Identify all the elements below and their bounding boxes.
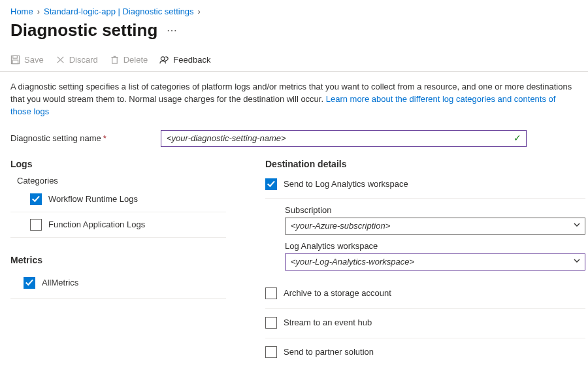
categories-heading: Categories	[17, 176, 226, 186]
dest-option-partner-solution[interactable]: Send to partner solution	[265, 338, 585, 367]
workspace-dropdown[interactable]: <your-Log-Analytics-workspace>	[285, 253, 585, 270]
workspace-label: Log Analytics workspace	[285, 241, 585, 251]
checkbox-icon[interactable]	[265, 178, 277, 190]
svg-rect-2	[12, 60, 18, 64]
chevron-right-icon: ›	[37, 7, 40, 16]
breadcrumb: Home › Standard-logic-app | Diagnostic s…	[10, 7, 578, 16]
diagnostic-setting-name-input[interactable]	[161, 130, 527, 147]
feedback-button[interactable]: Feedback	[159, 55, 210, 65]
category-row-function-application[interactable]: Function Application Logs	[10, 212, 226, 238]
toolbar-divider	[0, 71, 588, 72]
description-text: A diagnostic setting specifies a list of…	[10, 81, 578, 118]
chevron-down-icon	[573, 221, 581, 231]
dest-option-label: Send to partner solution	[284, 347, 374, 357]
metrics-row-allmetrics[interactable]: AllMetrics	[10, 272, 226, 299]
category-label: Workflow Runtime Logs	[48, 194, 138, 204]
save-icon	[10, 55, 20, 65]
delete-icon	[110, 55, 120, 65]
breadcrumb-app[interactable]: Standard-logic-app | Diagnostic settings	[44, 7, 194, 16]
category-label: Function Application Logs	[48, 220, 145, 229]
dest-option-label: Archive to a storage account	[284, 288, 391, 298]
checkbox-icon[interactable]	[265, 287, 277, 299]
save-button[interactable]: Save	[10, 55, 44, 65]
dest-option-label: Send to Log Analytics workspace	[284, 179, 408, 189]
feedback-icon	[159, 55, 169, 65]
more-icon[interactable]: ⋯	[167, 24, 178, 37]
discard-icon	[56, 55, 65, 65]
delete-button[interactable]: Delete	[110, 55, 148, 65]
checkbox-icon[interactable]	[265, 346, 277, 358]
svg-rect-1	[13, 56, 18, 58]
dest-option-label: Stream to an event hub	[284, 318, 372, 327]
name-label: Diagnostic setting name*	[10, 133, 154, 143]
checkbox-icon[interactable]	[24, 277, 35, 289]
destination-heading: Destination details	[265, 159, 585, 169]
svg-rect-5	[112, 57, 117, 63]
discard-button[interactable]: Discard	[56, 55, 98, 65]
dest-option-log-analytics[interactable]: Send to Log Analytics workspace	[265, 176, 585, 199]
chevron-down-icon	[573, 257, 581, 267]
svg-point-8	[161, 57, 165, 61]
checkbox-icon[interactable]	[30, 193, 42, 205]
category-row-workflow-runtime[interactable]: Workflow Runtime Logs	[10, 191, 226, 212]
checkbox-icon[interactable]	[30, 219, 42, 231]
chevron-right-icon: ›	[198, 7, 201, 16]
command-bar: Save Discard Delete Feedback	[10, 55, 578, 71]
breadcrumb-home[interactable]: Home	[10, 7, 33, 16]
dest-option-storage-account[interactable]: Archive to a storage account	[265, 280, 585, 309]
dest-option-event-hub[interactable]: Stream to an event hub	[265, 309, 585, 338]
logs-heading: Logs	[10, 159, 226, 169]
validation-check-icon: ✓	[514, 133, 521, 143]
subscription-dropdown[interactable]: <your-Azure-subscription>	[285, 218, 585, 235]
page-title: Diagnostic setting	[10, 20, 157, 41]
checkbox-icon[interactable]	[265, 317, 277, 329]
subscription-label: Subscription	[285, 205, 585, 215]
metrics-label: AllMetrics	[42, 278, 78, 287]
metrics-heading: Metrics	[10, 255, 226, 265]
